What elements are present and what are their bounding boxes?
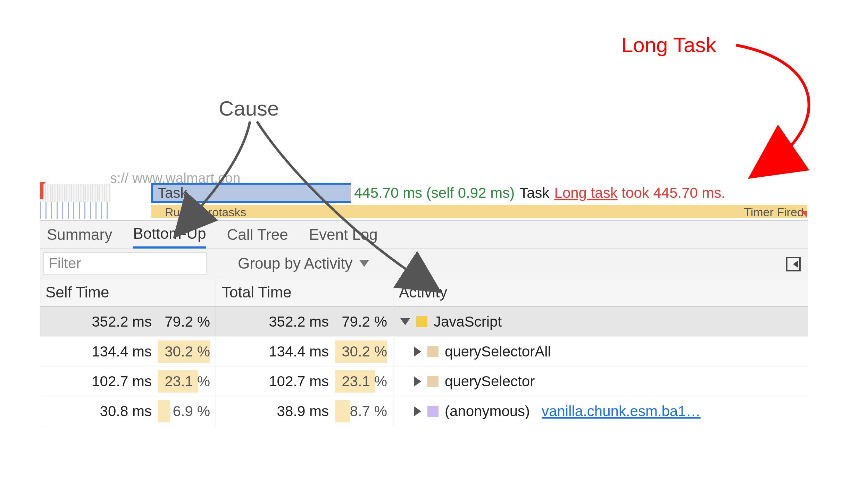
flame-chart-track: Main https:// www.walmart.con Task 445.7… xyxy=(40,171,808,220)
expand-closed-icon[interactable] xyxy=(414,377,421,386)
column-self-time[interactable]: Self Time xyxy=(40,278,216,306)
chevron-down-icon xyxy=(359,260,369,267)
activity-name: querySelectorAll xyxy=(445,343,551,360)
activity-name: querySelector xyxy=(445,373,535,390)
expand-closed-icon[interactable] xyxy=(414,406,421,416)
column-total-time[interactable]: Total Time xyxy=(216,278,393,306)
tab-summary[interactable]: Summary xyxy=(47,221,112,249)
self-time-value: 134.4 ms xyxy=(86,343,152,360)
details-tabs: Summary Bottom-Up Call Tree Event Log xyxy=(40,220,808,249)
sub-task-bars[interactable]: Run Microtasks Timer Fired xyxy=(151,205,807,218)
tab-event-log[interactable]: Event Log xyxy=(309,221,378,249)
total-time-value: 134.4 ms xyxy=(263,343,329,360)
self-time-pct: 6.9 % xyxy=(158,403,210,420)
expand-closed-icon[interactable] xyxy=(414,347,421,356)
toggle-heaviest-stack-icon[interactable] xyxy=(786,257,801,271)
annotation-cause-label: Cause xyxy=(219,96,279,120)
self-time-pct: 30.2 % xyxy=(158,343,210,360)
total-time-pct: 79.2 % xyxy=(335,313,387,330)
total-time-pct: 23.1 % xyxy=(335,373,387,390)
activity-swatch-icon xyxy=(416,316,427,327)
activity-swatch-icon xyxy=(427,346,439,357)
annotation-long-task-label: Long Task xyxy=(621,33,716,57)
column-activity[interactable]: Activity xyxy=(393,278,808,306)
long-task-marker-left-icon xyxy=(40,182,46,188)
total-time-value: 352.2 ms xyxy=(263,313,329,330)
table-row[interactable]: 102.7 ms23.1 %102.7 ms23.1 %querySelecto… xyxy=(40,367,808,396)
group-by-dropdown[interactable]: Group by Activity xyxy=(238,255,369,272)
expand-open-icon[interactable] xyxy=(400,318,410,325)
table-header: Self Time Total Time Activity xyxy=(40,278,808,307)
activity-source-link[interactable]: vanilla.chunk.esm.ba1… xyxy=(542,403,701,420)
activity-name: JavaScript xyxy=(434,313,502,330)
total-time-pct: 30.2 % xyxy=(335,343,387,360)
track-minimap xyxy=(40,171,111,220)
self-time-pct: 23.1 % xyxy=(158,373,210,390)
table-row[interactable]: 30.8 ms6.9 %38.9 ms8.7 %(anonymous)vanil… xyxy=(40,396,808,426)
total-time-value: 38.9 ms xyxy=(263,403,329,420)
activity-swatch-icon xyxy=(427,376,439,387)
table-row[interactable]: 352.2 ms79.2 %352.2 ms79.2 %JavaScript xyxy=(40,307,808,337)
self-time-pct: 79.2 % xyxy=(158,313,210,330)
activity-swatch-icon xyxy=(427,406,439,417)
self-time-value: 352.2 ms xyxy=(86,313,152,330)
self-time-value: 30.8 ms xyxy=(86,403,152,420)
table-row[interactable]: 134.4 ms30.2 %134.4 ms30.2 %querySelecto… xyxy=(40,337,808,367)
filter-input[interactable]: Filter xyxy=(43,252,207,275)
self-time-value: 102.7 ms xyxy=(86,373,152,390)
tab-bottom-up[interactable]: Bottom-Up xyxy=(133,221,206,249)
total-time-pct: 8.7 % xyxy=(335,403,387,420)
long-task-marker-right-icon xyxy=(801,211,807,217)
activity-name: (anonymous) xyxy=(445,403,530,420)
total-time-value: 102.7 ms xyxy=(263,373,329,390)
bottom-up-table-body: 352.2 ms79.2 %352.2 ms79.2 %JavaScript13… xyxy=(40,307,808,426)
filter-toolbar: Filter Group by Activity xyxy=(40,249,808,278)
task-tooltip: 445.70 ms (self 0.92 ms) Task Long task … xyxy=(351,182,729,204)
tab-call-tree[interactable]: Call Tree xyxy=(227,221,288,249)
